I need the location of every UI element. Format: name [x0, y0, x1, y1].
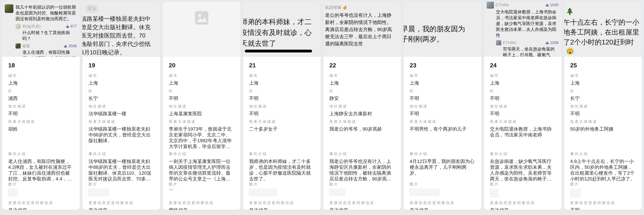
record-number: 21 [249, 62, 315, 69]
avatar [496, 40, 501, 45]
field-label-image: 图片 [490, 182, 556, 187]
comment: 柿油(作者) 977 什么时候？生了其他疾病吗？ [16, 24, 77, 42]
like-count: 1008 [546, 41, 558, 45]
field-label-address: 地址描述 [88, 104, 154, 109]
field-value-district: 浦西 [8, 95, 74, 101]
field-value-source: 不明 [570, 207, 636, 210]
field-label-district: 区 [490, 89, 556, 93]
field-label-source: 直接信息还是间接信息 [490, 200, 556, 205]
field-value-deceased: 胡姓 [8, 126, 74, 132]
field-value-city: 上海 [8, 80, 74, 86]
comment-text: 苦等两天，坐在急诊角落的椅子上，打吊瓶、吸氧气（被封控的子女设法送去的，杯水车薪… [503, 46, 558, 57]
field-label-district: 区 [570, 89, 636, 93]
avatar [16, 43, 21, 49]
field-label-image: 图片 [329, 182, 395, 187]
field-label-image: 图片 [410, 182, 475, 187]
record-card-20[interactable]: 20 城市上海 区不明 地址描述上海某康复医院 死者大体描述李昶生于1973年，… [163, 2, 240, 210]
image-thumbnail[interactable] [249, 189, 276, 196]
field-label-event: 事件介绍 [570, 151, 636, 156]
crying-face-icon [566, 47, 574, 55]
field-value-city: 上海 [570, 80, 636, 86]
field-value-district: 不明 [249, 95, 315, 101]
field-label-deceased: 死者大体描述 [169, 119, 234, 124]
field-label-deceased: 死者大体描述 [88, 119, 154, 124]
post-screenshot[interactable]: 早晨，我的朋友因为 子刚刚两岁。 [404, 2, 481, 57]
field-label-image: 图片 [88, 182, 154, 187]
field-value-event: 4.9上午十点左右，长宁的一小区内，50岁的外地务工阿姨，在出租屋里心梗发作，等… [570, 158, 636, 182]
record-card-19[interactable]: 置顶 镇路某楼一楼独居老夫妇中 曾是交大出版社翻译。休克 医无对接医院而去世。7… [82, 2, 160, 210]
field-label-deceased: 死者大体描述 [249, 119, 315, 124]
post-screenshot[interactable]: 师弟的本科师妹，才二 疫情没有及时就诊，心 天就去世了 [243, 2, 321, 57]
comment-text: 什么时候？生了其他疾病吗？ [22, 30, 77, 42]
image-thumbnail[interactable] [490, 189, 498, 197]
image-thumbnail[interactable] [169, 189, 174, 191]
field-label-source: 直接信息还是间接信息 [169, 200, 234, 205]
field-label-event: 事件介绍 [490, 151, 556, 156]
post-screenshot[interactable]: 鼠甜橙酱 老公的爷爷也没有计入，上海静 新村，全家阴的情况下他阳性。 离酒店后差… [323, 2, 401, 57]
post-screenshot[interactable]: 我几十年前就认识的一位胡姓朋友也是因为封控、核酸检测等原因没有得到及时救治而死亡… [2, 2, 80, 57]
field-value-district: 不明 [490, 95, 556, 101]
field-label-district: 区 [88, 89, 154, 93]
record-card-18[interactable]: 我几十年前就认识的一位胡姓朋友也是因为封控、核酸检测等原因没有得到及时救治而死亡… [2, 2, 80, 210]
field-value-address: 法华镇路某楼一楼 [88, 111, 154, 117]
field-value-address: 不明 [490, 111, 556, 117]
missing-image-area[interactable] [163, 2, 240, 57]
field-value-deceased: 李昶生于1973年，曾就读于北京史家胡同小学、北京二中、北京四中，于1992年考… [169, 126, 234, 149]
record-card-22[interactable]: 鼠甜橙酱 老公的爷爷也没有计入，上海静 新村，全家阴的情况下他阳性。 离酒店后差… [323, 2, 401, 210]
field-value-city: 上海 [88, 80, 154, 86]
field-value-district: 长宁 [570, 95, 636, 101]
field-label-event: 事件介绍 [8, 151, 74, 156]
field-label-district: 区 [169, 89, 234, 93]
field-value-address: 上海某康复医院 [169, 111, 234, 117]
field-value-city: 上海 [169, 80, 234, 86]
field-label-deceased: 死者大体描述 [329, 119, 395, 124]
field-label-address: 地址描述 [410, 104, 475, 109]
field-value-address: 不明 [249, 111, 315, 117]
field-label-city: 城市 [8, 73, 74, 78]
image-thumbnail[interactable] [410, 189, 439, 195]
like-icon [546, 3, 549, 7]
record-number: 25 [570, 62, 636, 69]
image-thumbnail[interactable] [8, 189, 18, 196]
like-count: 1040 [546, 3, 558, 7]
field-label-district: 区 [329, 89, 395, 93]
field-label-city: 城市 [410, 73, 475, 78]
like-count: 3506 [64, 44, 77, 48]
record-number: 20 [169, 62, 234, 69]
record-card-23[interactable]: 早晨，我的朋友因为 子刚刚两岁。 23 城市上海 区不明 地址描述不明 死者大体… [404, 2, 481, 210]
post-screenshot[interactable]: ETHAN 1040 交大电院退休教授，上海书协会员，书法家吴中南老师在急诊病逝… [484, 2, 562, 57]
field-label-source: 直接信息还是间接信息 [249, 200, 315, 205]
post-screenshot[interactable]: 置顶 镇路某楼一楼独居老夫妇中 曾是交大出版社翻译。休克 医无对接医院而去世。7… [82, 2, 160, 57]
field-label-image: 图片 [249, 182, 315, 187]
field-label-city: 城市 [329, 73, 395, 78]
field-label-image: 图片 [8, 182, 74, 187]
field-value-deceased: 法华镇路某楼一楼独居老夫妇中88岁的丈夫，曾经是交大出版社翻译。 [88, 126, 154, 144]
field-label-source: 直接信息还是间接信息 [410, 200, 475, 205]
post-screenshot[interactable]: 午十点左右，长宁的一小 地务工阿姨，在出租屋里 了2个小时的120赶到时 [564, 2, 642, 57]
field-value-event: 法华镇路某楼一楼独居老夫妇中88岁的丈夫，曾经是交大出版社翻译。休克后110、1… [88, 158, 154, 182]
avatar [5, 4, 13, 13]
field-value-district: 不明 [169, 95, 234, 101]
field-value-event: 在急诊病逝，缺少氧气等医疗资源，哀求医生求职未果…夫人亦感染为阳性。吴老师苦等两… [490, 158, 556, 182]
record-card-21[interactable]: 师弟的本科师妹，才二 疫情没有及时就诊，心 天就去世了 21 城市上海 区不明 … [243, 2, 321, 210]
comment: ETHAN 1008 苦等两天，坐在急诊角落的椅子上，打吊瓶、吸氧气（被封控的子… [496, 40, 558, 57]
record-number: 19 [88, 62, 154, 69]
field-label-deceased: 死者大体描述 [570, 119, 636, 124]
record-card-24[interactable]: ETHAN 1040 交大电院退休教授，上海书协会员，书法家吴中南老师在急诊病逝… [484, 2, 562, 210]
image-thumbnail[interactable] [329, 189, 345, 196]
like-icon [66, 25, 70, 28]
commenter-name: 柿油(作者) [22, 24, 64, 29]
record-card-25[interactable]: 午十点左右，长宁的一小 地务工阿姨，在出租屋里 了2个小时的120赶到时 25 … [564, 2, 642, 210]
post-text: 午十点左右，长宁的一小 地务工阿姨，在出租屋里 了2个小时的120赶到时 [564, 17, 642, 47]
pinned-badge: 置顶 [85, 4, 98, 13]
field-label-deceased: 死者大体描述 [8, 119, 74, 124]
field-label-address: 地址描述 [169, 104, 234, 109]
image-thumbnail[interactable] [570, 189, 580, 197]
field-value-address: 不明 [8, 111, 74, 117]
field-label-address: 地址描述 [249, 104, 315, 109]
comment: 敏宴 3506 老人住浦西，有陈旧性脑梗，4.2摔跤，女儿被封在浦东过不了江，妹… [16, 43, 77, 57]
image-thumbnail[interactable] [88, 189, 109, 196]
record-number: 23 [410, 62, 475, 69]
field-value-source: 身边信息 [249, 207, 315, 210]
field-value-deceased: 二十多岁女子 [249, 126, 315, 132]
